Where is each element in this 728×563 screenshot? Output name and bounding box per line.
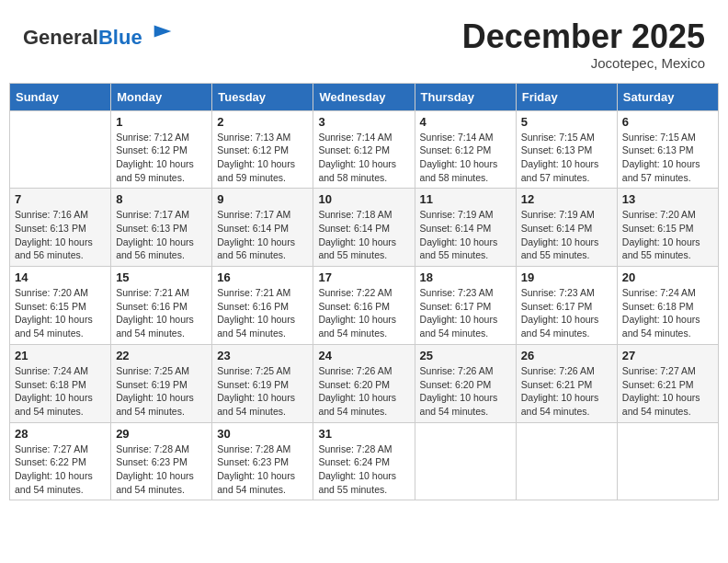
location: Jocotepec, Mexico <box>462 55 705 71</box>
day-info: Sunrise: 7:25 AM Sunset: 6:19 PM Dayligh… <box>217 364 308 419</box>
calendar-week-row: 7Sunrise: 7:16 AM Sunset: 6:13 PM Daylig… <box>10 189 719 267</box>
calendar-cell: 14Sunrise: 7:20 AM Sunset: 6:15 PM Dayli… <box>10 267 111 345</box>
day-number: 18 <box>420 270 511 284</box>
day-number: 21 <box>15 349 106 362</box>
day-number: 10 <box>318 192 409 206</box>
calendar-cell: 29Sunrise: 7:28 AM Sunset: 6:23 PM Dayli… <box>111 422 212 500</box>
calendar-week-row: 1Sunrise: 7:12 AM Sunset: 6:12 PM Daylig… <box>10 110 719 189</box>
day-info: Sunrise: 7:28 AM Sunset: 6:24 PM Dayligh… <box>318 442 409 497</box>
day-number: 25 <box>420 349 511 362</box>
calendar-cell: 20Sunrise: 7:24 AM Sunset: 6:18 PM Dayli… <box>617 267 718 345</box>
day-info: Sunrise: 7:28 AM Sunset: 6:23 PM Dayligh… <box>116 442 207 497</box>
calendar-cell: 6Sunrise: 7:15 AM Sunset: 6:13 PM Daylig… <box>617 110 718 189</box>
calendar-cell: 23Sunrise: 7:25 AM Sunset: 6:19 PM Dayli… <box>212 344 313 422</box>
svg-marker-0 <box>154 25 171 37</box>
day-number: 23 <box>217 349 308 362</box>
calendar-cell: 5Sunrise: 7:15 AM Sunset: 6:13 PM Daylig… <box>516 110 617 189</box>
calendar-cell: 9Sunrise: 7:17 AM Sunset: 6:14 PM Daylig… <box>212 189 313 267</box>
calendar-header-friday: Friday <box>516 83 617 110</box>
calendar-cell: 27Sunrise: 7:27 AM Sunset: 6:21 PM Dayli… <box>617 344 718 422</box>
calendar-cell: 19Sunrise: 7:23 AM Sunset: 6:17 PM Dayli… <box>516 267 617 345</box>
day-number: 13 <box>622 192 713 206</box>
logo: GeneralBlue <box>23 18 176 49</box>
day-number: 29 <box>116 427 207 441</box>
day-number: 16 <box>217 270 308 284</box>
day-info: Sunrise: 7:26 AM Sunset: 6:20 PM Dayligh… <box>420 364 511 419</box>
day-number: 14 <box>15 270 106 284</box>
calendar-week-row: 28Sunrise: 7:27 AM Sunset: 6:22 PM Dayli… <box>10 422 719 500</box>
day-number: 20 <box>622 270 713 284</box>
day-info: Sunrise: 7:26 AM Sunset: 6:21 PM Dayligh… <box>521 364 612 419</box>
day-number: 24 <box>318 349 409 362</box>
calendar-cell: 16Sunrise: 7:21 AM Sunset: 6:16 PM Dayli… <box>212 267 313 345</box>
calendar-cell: 12Sunrise: 7:19 AM Sunset: 6:14 PM Dayli… <box>516 189 617 267</box>
day-info: Sunrise: 7:21 AM Sunset: 6:16 PM Dayligh… <box>217 286 308 340</box>
day-number: 27 <box>622 349 713 362</box>
day-number: 3 <box>318 115 409 129</box>
day-number: 22 <box>116 349 207 362</box>
day-info: Sunrise: 7:17 AM Sunset: 6:13 PM Dayligh… <box>116 208 207 262</box>
day-number: 5 <box>521 115 612 129</box>
calendar-cell: 8Sunrise: 7:17 AM Sunset: 6:13 PM Daylig… <box>111 189 212 267</box>
calendar-cell: 30Sunrise: 7:28 AM Sunset: 6:23 PM Dayli… <box>212 422 313 500</box>
calendar-cell: 22Sunrise: 7:25 AM Sunset: 6:19 PM Dayli… <box>111 344 212 422</box>
day-number: 7 <box>15 192 106 206</box>
logo-icon <box>150 18 176 44</box>
calendar-cell <box>617 422 718 500</box>
calendar-cell <box>516 422 617 500</box>
day-info: Sunrise: 7:13 AM Sunset: 6:12 PM Dayligh… <box>217 131 308 185</box>
calendar-header-sunday: Sunday <box>10 83 111 110</box>
day-number: 30 <box>217 427 308 441</box>
calendar-header-wednesday: Wednesday <box>313 83 415 110</box>
calendar-cell: 28Sunrise: 7:27 AM Sunset: 6:22 PM Dayli… <box>10 422 111 500</box>
day-number: 1 <box>116 115 207 129</box>
calendar-header-monday: Monday <box>111 83 212 110</box>
day-info: Sunrise: 7:22 AM Sunset: 6:16 PM Dayligh… <box>318 286 409 340</box>
day-info: Sunrise: 7:21 AM Sunset: 6:16 PM Dayligh… <box>116 286 207 340</box>
day-info: Sunrise: 7:20 AM Sunset: 6:15 PM Dayligh… <box>15 286 106 340</box>
day-info: Sunrise: 7:20 AM Sunset: 6:15 PM Dayligh… <box>622 208 713 262</box>
day-info: Sunrise: 7:24 AM Sunset: 6:18 PM Dayligh… <box>622 286 713 340</box>
page-header: GeneralBlue December 2025 Jocotepec, Mex… <box>9 9 719 75</box>
day-info: Sunrise: 7:27 AM Sunset: 6:21 PM Dayligh… <box>622 364 713 419</box>
day-info: Sunrise: 7:17 AM Sunset: 6:14 PM Dayligh… <box>217 208 308 262</box>
day-number: 19 <box>521 270 612 284</box>
calendar-cell: 26Sunrise: 7:26 AM Sunset: 6:21 PM Dayli… <box>516 344 617 422</box>
logo-general-text: General <box>23 26 98 49</box>
calendar-header-thursday: Thursday <box>415 83 516 110</box>
day-number: 6 <box>622 115 713 129</box>
calendar-cell: 4Sunrise: 7:14 AM Sunset: 6:12 PM Daylig… <box>415 110 516 189</box>
day-info: Sunrise: 7:19 AM Sunset: 6:14 PM Dayligh… <box>420 208 511 262</box>
day-number: 11 <box>420 192 511 206</box>
calendar-week-row: 14Sunrise: 7:20 AM Sunset: 6:15 PM Dayli… <box>10 267 719 345</box>
calendar-cell: 1Sunrise: 7:12 AM Sunset: 6:12 PM Daylig… <box>111 110 212 189</box>
day-info: Sunrise: 7:28 AM Sunset: 6:23 PM Dayligh… <box>217 442 308 497</box>
title-block: December 2025 Jocotepec, Mexico <box>462 18 705 71</box>
calendar-cell: 7Sunrise: 7:16 AM Sunset: 6:13 PM Daylig… <box>10 189 111 267</box>
calendar-cell: 10Sunrise: 7:18 AM Sunset: 6:14 PM Dayli… <box>313 189 415 267</box>
day-number: 9 <box>217 192 308 206</box>
logo-blue-text: Blue <box>98 26 142 49</box>
calendar-cell: 17Sunrise: 7:22 AM Sunset: 6:16 PM Dayli… <box>313 267 415 345</box>
calendar-table: SundayMondayTuesdayWednesdayThursdayFrid… <box>9 83 719 501</box>
day-number: 2 <box>217 115 308 129</box>
day-info: Sunrise: 7:18 AM Sunset: 6:14 PM Dayligh… <box>318 208 409 262</box>
calendar-week-row: 21Sunrise: 7:24 AM Sunset: 6:18 PM Dayli… <box>10 344 719 422</box>
day-info: Sunrise: 7:14 AM Sunset: 6:12 PM Dayligh… <box>420 131 511 185</box>
day-number: 8 <box>116 192 207 206</box>
calendar-cell: 31Sunrise: 7:28 AM Sunset: 6:24 PM Dayli… <box>313 422 415 500</box>
calendar-cell: 25Sunrise: 7:26 AM Sunset: 6:20 PM Dayli… <box>415 344 516 422</box>
day-info: Sunrise: 7:15 AM Sunset: 6:13 PM Dayligh… <box>622 131 713 185</box>
day-number: 4 <box>420 115 511 129</box>
day-info: Sunrise: 7:14 AM Sunset: 6:12 PM Dayligh… <box>318 131 409 185</box>
calendar-header-tuesday: Tuesday <box>212 83 313 110</box>
day-info: Sunrise: 7:23 AM Sunset: 6:17 PM Dayligh… <box>521 286 612 340</box>
calendar-cell: 2Sunrise: 7:13 AM Sunset: 6:12 PM Daylig… <box>212 110 313 189</box>
calendar-cell: 15Sunrise: 7:21 AM Sunset: 6:16 PM Dayli… <box>111 267 212 345</box>
day-info: Sunrise: 7:24 AM Sunset: 6:18 PM Dayligh… <box>15 364 106 419</box>
calendar-cell: 11Sunrise: 7:19 AM Sunset: 6:14 PM Dayli… <box>415 189 516 267</box>
day-info: Sunrise: 7:16 AM Sunset: 6:13 PM Dayligh… <box>15 208 106 262</box>
calendar-cell: 24Sunrise: 7:26 AM Sunset: 6:20 PM Dayli… <box>313 344 415 422</box>
day-info: Sunrise: 7:12 AM Sunset: 6:12 PM Dayligh… <box>116 131 207 185</box>
day-info: Sunrise: 7:23 AM Sunset: 6:17 PM Dayligh… <box>420 286 511 340</box>
